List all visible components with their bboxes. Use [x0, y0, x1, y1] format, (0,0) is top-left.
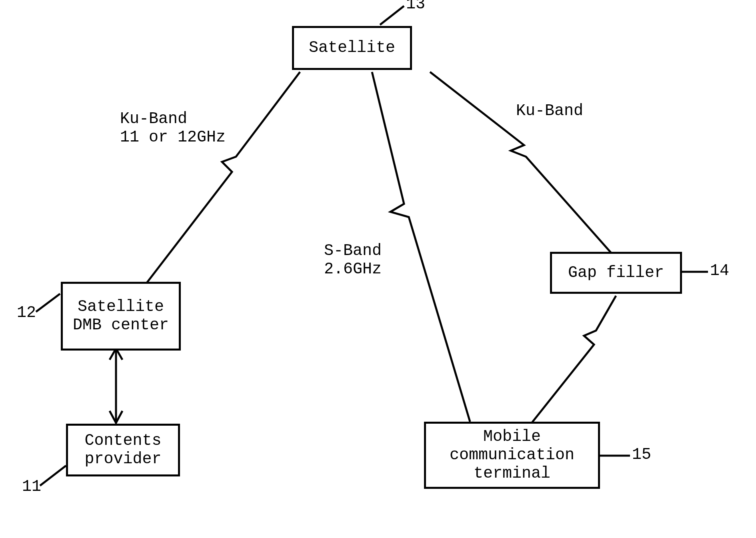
node-terminal: Mobile communication terminal [424, 422, 600, 489]
leader-11 [40, 466, 66, 486]
num-dmb-center: 12 [17, 304, 36, 322]
leader-13 [380, 6, 404, 25]
link-s-band [372, 72, 470, 422]
label-s-band: S-Band 2.6GHz [324, 242, 382, 279]
node-satellite: Satellite [292, 26, 412, 70]
num-satellite: 13 [406, 0, 425, 13]
node-dmb-center-label: Satellite DMB center [67, 298, 175, 335]
node-satellite-label: Satellite [309, 39, 395, 57]
arrowhead-down [110, 411, 122, 423]
link-ku-left [146, 72, 300, 284]
node-terminal-label: Mobile communication terminal [430, 428, 594, 483]
num-terminal: 15 [632, 446, 651, 464]
node-dmb-center: Satellite DMB center [61, 282, 181, 351]
link-gap-terminal [532, 296, 616, 422]
label-ku-right: Ku-Band [516, 102, 583, 120]
leader-12 [36, 294, 60, 312]
node-gap-filler-label: Gap filler [568, 264, 664, 282]
node-gap-filler: Gap filler [550, 252, 682, 294]
label-ku-left: Ku-Band 11 or 12GHz [120, 110, 226, 147]
num-gap-filler: 14 [710, 262, 729, 280]
num-contents: 11 [22, 478, 41, 496]
diagram-stage: Satellite 13 Satellite DMB center 12 Con… [0, 0, 756, 538]
link-ku-right [430, 72, 612, 254]
node-contents: Contents provider [66, 424, 180, 476]
node-contents-label: Contents provider [72, 432, 174, 468]
